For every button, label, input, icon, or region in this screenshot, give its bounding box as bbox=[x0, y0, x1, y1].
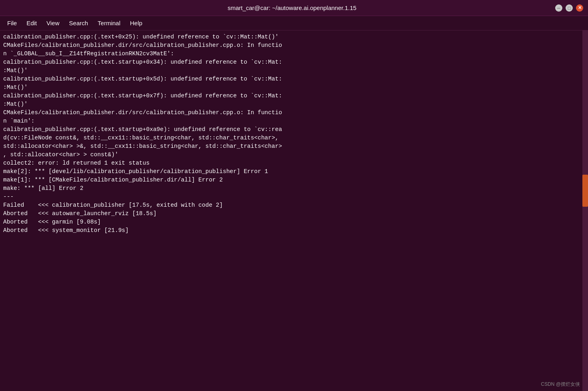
title-bar: smart_car@car: ~/autoware.ai.openplanner… bbox=[0, 0, 588, 16]
terminal-body[interactable]: calibration_publisher.cpp:(.text+0x25): … bbox=[0, 30, 588, 391]
terminal-output: calibration_publisher.cpp:(.text+0x25): … bbox=[3, 33, 585, 235]
menu-search[interactable]: Search bbox=[65, 18, 92, 28]
menu-terminal[interactable]: Terminal bbox=[94, 18, 125, 28]
menu-bar: File Edit View Search Terminal Help bbox=[0, 16, 588, 30]
minimize-button[interactable]: ─ bbox=[555, 4, 562, 12]
menu-edit[interactable]: Edit bbox=[22, 18, 41, 28]
window-controls: ─ □ ✕ bbox=[555, 4, 583, 12]
window-title: smart_car@car: ~/autoware.ai.openplanner… bbox=[29, 4, 555, 11]
menu-view[interactable]: View bbox=[42, 18, 63, 28]
maximize-button[interactable]: □ bbox=[566, 4, 573, 12]
watermark: CSDN @摆烂女侠 bbox=[541, 381, 580, 388]
scrollbar[interactable] bbox=[582, 30, 588, 391]
close-button[interactable]: ✕ bbox=[576, 4, 583, 12]
scrollbar-thumb[interactable] bbox=[582, 175, 588, 207]
menu-help[interactable]: Help bbox=[126, 18, 147, 28]
menu-file[interactable]: File bbox=[3, 18, 21, 28]
